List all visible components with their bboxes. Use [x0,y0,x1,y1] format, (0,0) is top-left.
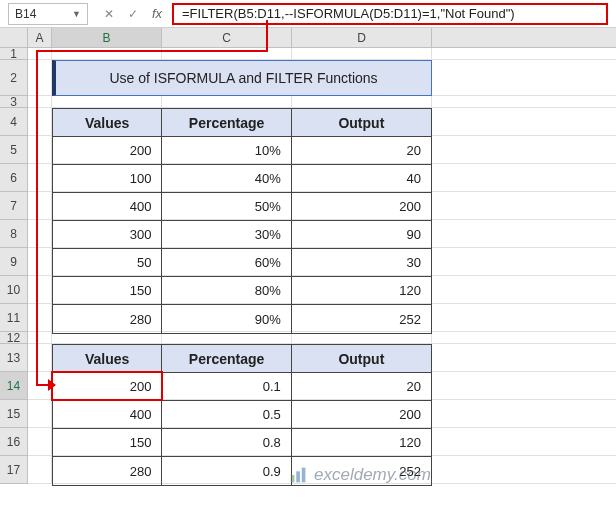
table-cell[interactable]: 50 [53,249,162,277]
cell[interactable] [162,48,292,59]
column-header-D[interactable]: D [292,28,432,47]
row-header-6[interactable]: 6 [0,164,28,192]
table-cell[interactable]: 50% [162,193,291,221]
row-header-13[interactable]: 13 [0,344,28,372]
cell[interactable] [28,48,52,59]
table-cell[interactable]: 10% [162,137,291,165]
cell[interactable] [292,48,432,59]
insert-function-icon[interactable]: fx [146,4,168,24]
table-cell[interactable]: 280 [53,305,162,333]
table-cell[interactable]: 0.9 [162,457,291,485]
cell[interactable] [28,60,52,95]
row-header-5[interactable]: 5 [0,136,28,164]
table-row: 1500.8120 [53,429,431,457]
table-cell[interactable]: 200 [53,373,162,401]
row-header-1[interactable]: 1 [0,48,28,60]
cell[interactable] [28,248,52,275]
table-cell[interactable]: 60% [162,249,291,277]
table-cell[interactable]: 400 [53,193,162,221]
cell[interactable] [28,192,52,219]
table-cell[interactable]: 0.5 [162,401,291,429]
formula-bar[interactable]: =FILTER(B5:D11,--ISFORMULA(D5:D11)=1,"No… [172,3,608,25]
table-cell[interactable]: 200 [292,401,431,429]
sheet-body: 1234567891011121314151617 Use of ISFORMU… [0,48,616,484]
cell[interactable] [52,96,162,107]
table-cell[interactable]: 40 [292,165,431,193]
cancel-formula-icon[interactable]: ✕ [98,4,120,24]
row-header-7[interactable]: 7 [0,192,28,220]
row-header-15[interactable]: 15 [0,400,28,428]
row-header-11[interactable]: 11 [0,304,28,332]
cell[interactable] [28,164,52,191]
table-header-cell: Values [53,345,162,373]
row-header-14[interactable]: 14 [0,372,28,400]
table-cell[interactable]: 150 [53,429,162,457]
watermark-text: exceldemy.com [314,465,431,485]
accept-formula-icon[interactable]: ✓ [122,4,144,24]
grid[interactable]: Use of ISFORMULA and FILTER Functions Va… [28,48,616,484]
table-header-cell: Output [292,345,431,373]
table-cell[interactable]: 280 [53,457,162,485]
cell[interactable] [28,372,52,399]
table-cell[interactable]: 200 [292,193,431,221]
table-cell[interactable]: 30 [292,249,431,277]
row-header-3[interactable]: 3 [0,96,28,108]
table-cell[interactable]: 40% [162,165,291,193]
cell[interactable] [28,220,52,247]
row-header-10[interactable]: 10 [0,276,28,304]
cell[interactable] [28,276,52,303]
formula-bar-wrap: =FILTER(B5:D11,--ISFORMULA(D5:D11)=1,"No… [172,3,608,25]
table-cell[interactable]: 150 [53,277,162,305]
row-header-8[interactable]: 8 [0,220,28,248]
table-cell[interactable]: 20 [292,373,431,401]
name-box-value: B14 [15,7,36,21]
table-cell[interactable]: 80% [162,277,291,305]
formula-buttons: ✕ ✓ fx [98,4,168,24]
table-row: 10040%40 [53,165,431,193]
cell[interactable] [28,136,52,163]
formula-text: =FILTER(B5:D11,--ISFORMULA(D5:D11)=1,"No… [182,6,515,21]
table-header-cell: Percentage [162,109,291,137]
cell[interactable] [28,332,52,343]
select-all-corner[interactable] [0,28,28,47]
row-header-9[interactable]: 9 [0,248,28,276]
row-header-12[interactable]: 12 [0,332,28,344]
table-cell[interactable]: 400 [53,401,162,429]
cell[interactable] [28,108,52,135]
row-header-16[interactable]: 16 [0,428,28,456]
chevron-down-icon[interactable]: ▼ [72,9,81,19]
table-header-cell: Output [292,109,431,137]
cell[interactable] [28,456,52,483]
table-cell[interactable]: 0.1 [162,373,291,401]
table-cell[interactable]: 30% [162,221,291,249]
row-headers: 1234567891011121314151617 [0,48,28,484]
cell[interactable] [52,48,162,59]
cell[interactable] [292,96,432,107]
cell[interactable] [28,428,52,455]
cell[interactable] [162,96,292,107]
table-cell[interactable]: 300 [53,221,162,249]
column-header-B[interactable]: B [52,28,162,47]
table-cell[interactable]: 120 [292,429,431,457]
column-header-C[interactable]: C [162,28,292,47]
table-cell[interactable]: 0.8 [162,429,291,457]
row-header-2[interactable]: 2 [0,60,28,96]
row-header-4[interactable]: 4 [0,108,28,136]
table-cell[interactable]: 252 [292,305,431,333]
table-cell[interactable]: 90% [162,305,291,333]
table-cell[interactable]: 200 [53,137,162,165]
table-row: 28090%252 [53,305,431,333]
row-header-17[interactable]: 17 [0,456,28,484]
name-box[interactable]: B14 ▼ [8,3,88,25]
source-table: ValuesPercentageOutput20010%2010040%4040… [52,108,432,334]
table-row: 2000.120 [53,373,431,401]
cell[interactable] [28,304,52,331]
table-cell[interactable]: 20 [292,137,431,165]
cell[interactable] [28,96,52,107]
column-header-A[interactable]: A [28,28,52,47]
cell[interactable] [28,344,52,371]
table-cell[interactable]: 90 [292,221,431,249]
table-cell[interactable]: 100 [53,165,162,193]
cell[interactable] [28,400,52,427]
table-cell[interactable]: 120 [292,277,431,305]
